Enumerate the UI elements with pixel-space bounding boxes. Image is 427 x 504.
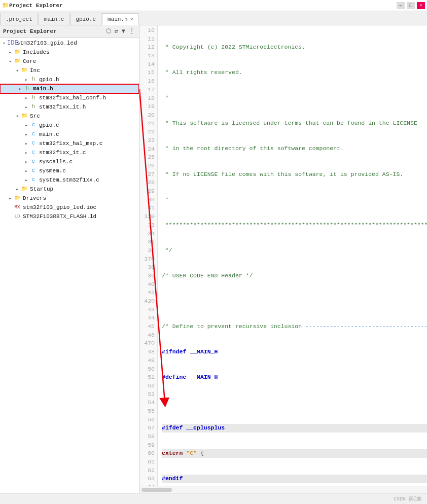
ln-19: 19 [139,102,155,111]
maximize-button[interactable]: □ [407,2,415,9]
expand-arrow-inc[interactable]: ▾ [14,68,20,74]
ln-58: 58 [139,433,155,441]
ln-12: 12 [139,43,155,52]
collapse-all-icon[interactable]: ⬡ [105,27,112,35]
editor-panel: 10 11 12 13 14 15 16 17 18 19 20 21 22 2… [139,25,427,493]
expand-arrow-syscalls-c[interactable]: ▸ [23,159,29,165]
tree-item-startup[interactable]: ▸ 📁 Startup [0,185,139,194]
project-explorer-panel: Project Explorer ⬡ ⇄ ▼ ⋮ ▾ IDE stm32f103… [0,25,139,493]
tree-item-drivers[interactable]: ▸ 📁 Drivers [0,194,139,203]
link-editor-icon[interactable]: ⇄ [114,27,119,35]
ln-30: 30 [139,196,155,204]
project-icon: IDE [7,40,15,47]
expand-arrow-includes[interactable]: ▸ [7,50,13,55]
ln-35: 35 [139,238,155,246]
explorer-toolbar[interactable]: ⬡ ⇄ ▼ ⋮ [105,27,136,35]
tree-item-main-h[interactable]: ▸ h main.h [0,84,139,93]
expand-arrow-it-c[interactable]: ▸ [23,150,29,156]
ln-28: 28 [139,178,155,187]
ln-51: 51 [139,373,155,382]
file-icon-main-c: c [29,131,38,138]
tree-label-drivers: Drivers [23,195,46,201]
minimize-button[interactable]: ─ [397,2,405,9]
expand-arrow-it-h[interactable]: ▸ [23,104,29,110]
ln-32: 32⊖ [139,212,155,221]
tree-item-hal-conf-h[interactable]: ▸ h stm32f1xx_hal_conf.h [0,93,139,102]
tree-item-src[interactable]: ▾ 📁 Src [0,112,139,121]
folder-icon-startup: 📁 [20,186,28,193]
tree-item-inc[interactable]: ▾ 📁 Inc [0,66,139,75]
tree-item-it-c[interactable]: ▸ c stm32f1xx_it.c [0,148,139,157]
expand-arrow-drivers[interactable]: ▸ [7,196,13,201]
tree-label-inc: Inc [30,67,40,74]
code-line-22: #ifndef __MAIN_H [162,348,427,356]
close-button[interactable]: ✕ [417,2,425,9]
ln-20: 20 [139,111,155,120]
tab-project[interactable]: .project [0,13,38,25]
tree-item-system-c[interactable]: ▸ c system_stm32f1xx.c [0,175,139,185]
ln-53: 53 [139,390,155,399]
code-line-21: /* Define to prevent recursive inclusion… [162,322,427,331]
expand-arrow-startup[interactable]: ▸ [14,187,20,192]
filter-icon[interactable]: ▼ [121,28,126,35]
ln-27: 27 [139,170,155,179]
tree-item-gpio-h[interactable]: ▸ h gpio.h [0,75,139,84]
ln-18: 18 [139,94,155,103]
expand-arrow-gpio-c[interactable]: ▸ [23,123,29,128]
expand-arrow-gpio-h[interactable]: ▸ [23,77,29,83]
expand-arrow-hal-conf-h[interactable]: ▸ [23,95,29,101]
tab-gpio-c-label: gpio.c [76,16,96,22]
menu-icon[interactable]: ⋮ [128,27,136,35]
tree-label-gpio-h: gpio.h [39,77,59,83]
tree-item-ld[interactable]: LD STM32F103RBTX_FLASH.ld [0,212,139,221]
expand-arrow-main-h[interactable]: ▸ [17,86,23,92]
tree-item-syscalls-c[interactable]: ▸ c syscalls.c [0,157,139,166]
code-line-23: #define __MAIN_H [162,373,427,382]
tree-label-hal-msp-c: stm32f1xx_hal_msp.c [39,140,102,147]
expand-arrow-hal-msp-c[interactable]: ▸ [23,141,29,147]
tree-item-gpio-c[interactable]: ▸ c gpio.c [0,121,139,130]
window-controls[interactable]: ─ □ ✕ [397,2,425,9]
file-icon-ld: LD [13,213,21,220]
tree-item-ioc[interactable]: MX stm32f103_gpio_led.ioc [0,203,139,212]
ln-52: 52 [139,382,155,390]
ln-42: 42⊖ [139,297,155,306]
tree-label-ioc: stm32f103_gpio_led.ioc [23,204,96,210]
tab-main-h[interactable]: main.h ✕ [102,13,139,25]
tree-item-it-h[interactable]: ▸ h stm32f1xx_it.h [0,102,139,112]
tree-item-hal-msp-c[interactable]: ▸ c stm32f1xx_hal_msp.c [0,139,139,148]
expand-arrow-system-c[interactable]: ▸ [23,177,29,183]
ln-13: 13 [139,52,155,60]
ln-14: 14 [139,60,155,69]
file-icon-it-h: h [29,103,38,111]
ln-54: 54 [139,399,155,407]
explorer-header: Project Explorer ⬡ ⇄ ▼ ⋮ [0,25,139,38]
expand-arrow-src[interactable]: ▾ [14,114,20,119]
expand-arrow-root[interactable]: ▾ [1,41,7,46]
code-area[interactable]: 10 11 12 13 14 15 16 17 18 19 20 21 22 2… [139,25,427,486]
tab-close-icon[interactable]: ✕ [130,16,133,22]
code-line-17: ****************************************… [162,221,427,230]
tree-item-includes[interactable]: ▸ 📁 Includes [0,48,139,57]
ln-31: 31 [139,204,155,212]
ln-47: 47⊖ [139,339,155,348]
tree-item-core[interactable]: ▾ 📁 Core [0,57,139,66]
ln-39: 39 [139,272,155,280]
expand-arrow-sysmem-c[interactable]: ▸ [23,168,29,174]
tree-item-root[interactable]: ▾ IDE stm32f103_gpio_led [0,39,139,48]
horizontal-scrollbar[interactable] [139,486,427,493]
ln-63: 63 [139,475,155,483]
tree-item-sysmem-c[interactable]: ▸ c sysmem.c [0,166,139,175]
ln-62: 62 [139,466,155,475]
expand-arrow-core[interactable]: ▾ [7,59,13,64]
code-content[interactable]: * Copyright (c) 2022 STMicroelectronics.… [158,25,427,486]
ln-38: 38 [139,263,155,272]
tab-main-c[interactable]: main.c [39,13,70,25]
ln-16: 16 [139,77,155,86]
tab-gpio-c[interactable]: gpio.c [70,13,101,25]
tree-item-main-c[interactable]: ▸ c main.c [0,130,139,139]
file-icon-gpio-c: c [29,122,38,129]
expand-arrow-main-c[interactable]: ▸ [23,132,29,137]
tree-label-startup: Startup [30,186,53,192]
scrollbar-thumb[interactable] [141,488,172,492]
